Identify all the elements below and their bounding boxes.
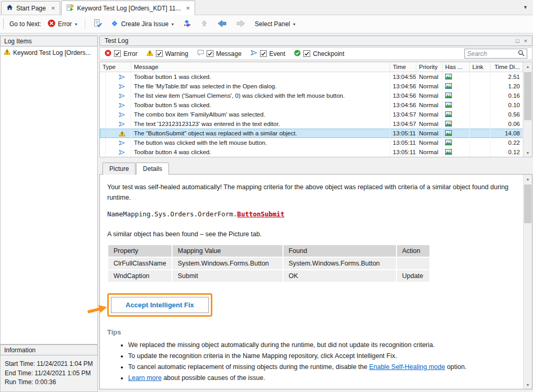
dropdown-caret-icon: ▾ [172,22,174,27]
picture-icon [445,83,452,90]
scroll-down-icon[interactable]: ▼ [524,148,532,157]
go-to-next-error-button[interactable]: Error ▾ [45,17,80,31]
tab-picture[interactable]: Picture [103,163,135,175]
scrollbar-thumb[interactable] [524,72,531,120]
go-to-next-label: Go to Next: [9,20,41,28]
float-panel-icon[interactable]: □ [516,38,519,44]
column-header-time-diff[interactable]: Time Di... [491,62,523,72]
document-tab-bar: Start Page × Keyword Test Log [Orders_KD… [0,0,533,15]
message-checkbox [207,50,213,57]
tip-item: To cancel automatic replacement of missi… [128,362,516,372]
back-button[interactable] [214,17,230,31]
share-results-button[interactable] [180,17,194,31]
log-message: The button was clicked with the left mou… [131,138,390,147]
create-jira-issue-button[interactable]: Create Jira Issue ▾ [108,18,176,31]
criteria-header-property: Property [108,245,172,257]
close-panel-icon[interactable]: × [524,38,527,44]
log-row[interactable]: The combo box item 'FamilyAlbum' was sel… [100,110,523,119]
log-row[interactable]: Toolbar button 5 was clicked. 13:04:56 N… [100,100,523,110]
log-row[interactable]: The list view item ('Samuel Clemens', 0)… [100,91,523,100]
scroll-up-icon[interactable]: ▲ [524,62,532,71]
filter-checkpoint[interactable]: Checkpoint [294,50,344,58]
log-row[interactable]: Toolbar button 1 was clicked. 13:04:55 N… [100,72,523,82]
search-input[interactable] [467,50,518,57]
post-summary-button[interactable] [90,17,105,31]
filter-warning[interactable]: Warning [146,50,188,57]
select-panel-button[interactable]: Select Panel ▾ [252,18,298,30]
detail-tab-bar: Picture Details [99,163,532,175]
log-row[interactable]: The button was clicked with the left mou… [100,138,523,147]
tips-heading: Tips [107,328,516,336]
event-icon [251,50,257,57]
column-header-type[interactable]: Type [100,62,131,72]
search-icon[interactable] [518,50,525,58]
scrollbar-thumb[interactable] [524,185,531,223]
picture-icon [445,74,452,80]
log-message: The list view item ('Samuel Clemens', 0)… [131,91,390,100]
tip-item: We replaced the missing object automatic… [128,340,516,350]
tab-label: Keyword Test Log [Orders_KDT] 11... [77,5,180,12]
keyword-test-log-icon [66,4,74,13]
run-time-text: Run Time: 0:00:36 [5,378,93,387]
column-header-priority[interactable]: Priority [416,62,443,72]
test-log-panel: Test Log □ × Error Warning Message [99,36,532,389]
scroll-down-icon[interactable]: ▼ [524,381,532,389]
details-panel: Your test was self-healed automatically!… [99,174,532,389]
log-row[interactable]: The file 'MyTable.tbl' was selected in t… [100,82,523,91]
event-icon [119,121,125,127]
column-header-link[interactable]: Link [470,62,491,72]
filter-message[interactable]: Message [197,50,242,57]
enable-self-healing-link[interactable]: Enable Self-Healing mode [369,363,445,371]
tree-item-label: Keyword Test Log [Orders... [13,49,91,56]
accept-intelligent-fix-button[interactable]: Accept Intelligent Fix [111,297,209,313]
annotation-arrow-icon [86,303,108,317]
forward-button[interactable] [233,17,248,31]
column-header-has-picture[interactable]: Has ... [443,62,470,72]
report-document-icon [93,19,102,29]
column-header-message[interactable]: Message [131,62,390,72]
picture-icon [445,111,452,118]
log-items-title: Log Items [4,38,32,45]
close-icon[interactable]: × [51,5,55,11]
filter-error[interactable]: Error [105,50,138,58]
picture-icon [445,149,452,156]
tab-details[interactable]: Details [136,163,169,175]
right-arrow-icon [236,19,246,29]
table-scrollbar: ▲ ▼ [523,62,532,157]
details-scrollbar: ▲ ▼ [523,175,532,389]
start-time-text: Start Time: 11/24/2021 1:04 PM [5,360,93,369]
scroll-up-icon[interactable]: ▲ [524,175,532,183]
information-panel-header: Information [0,344,98,355]
tip-item: Learn more about possible causes of the … [128,373,516,383]
tab-start-page[interactable]: Start Page × [1,1,60,15]
learn-more-link[interactable]: Learn more [128,374,162,382]
log-message: The file 'MyTable.tbl' was selected in t… [131,82,390,91]
log-message: The "ButtonSubmit" object was replaced w… [131,129,390,138]
close-icon[interactable]: × [186,5,190,11]
column-header-time[interactable]: Time [390,62,416,72]
warning-icon [119,131,126,136]
tab-list-chevron-icon[interactable]: ▼ [523,5,528,10]
dropdown-caret-icon: ▾ [293,22,296,27]
warning-icon [4,49,10,56]
end-time-text: End Time: 11/24/2021 1:05 PM [5,369,93,378]
picture-icon [445,102,452,109]
move-up-button[interactable] [198,17,211,31]
log-row-selected[interactable]: The "ButtonSubmit" object was replaced w… [100,129,523,138]
toolbar-drag-handle[interactable] [3,19,5,29]
tab-keyword-test-log[interactable]: Keyword Test Log [Orders_KDT] 11... × [61,1,195,15]
information-panel: Start Time: 11/24/2021 1:04 PM End Time:… [0,355,98,392]
search-box [464,49,527,59]
tree-item-keyword-test-log[interactable]: Keyword Test Log [Orders... [1,47,97,59]
message-icon [197,50,204,57]
log-message: The text '123123123123' was entered in t… [131,119,390,129]
filter-bar: Error Warning Message Event Checkpoint [99,47,532,60]
picture-icon [445,121,452,128]
filter-event[interactable]: Event [251,50,286,57]
toolbar-separator [85,19,85,30]
log-row[interactable]: Toolbar button 4 was clicked. 13:05:11 N… [100,147,523,157]
criteria-row: ClrFullClassName System.Windows.Forms.Bu… [108,258,429,269]
log-row[interactable]: The text '123123123123' was entered in t… [100,119,523,129]
test-log-table: Type Message Time Priority Has ... Link … [99,62,532,157]
tips-list: We replaced the missing object automatic… [107,340,516,383]
